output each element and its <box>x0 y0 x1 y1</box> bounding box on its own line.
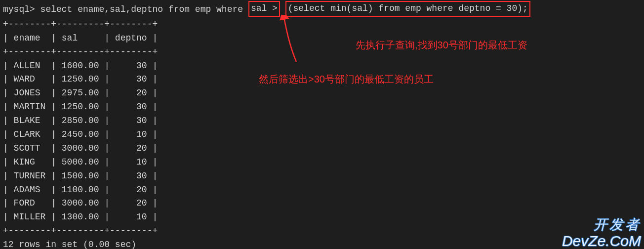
table-border-top: +--------+---------+--------+ <box>3 18 641 32</box>
table-row: | ALLEN | 1600.00 | 30 | <box>3 59 641 73</box>
query-spacer <box>280 4 285 14</box>
annotation-filter: 然后筛选出>30号部门的最低工资的员工 <box>259 72 434 87</box>
arrow-icon <box>277 15 306 69</box>
table-row: | BLAKE | 2850.00 | 30 | <box>3 114 641 128</box>
query-part1: select ename,sal,deptno from emp where <box>35 4 248 14</box>
watermark: 开发者 DevZe.CoM <box>562 217 641 249</box>
sql-prompt-line: mysql> select ename,sal,deptno from emp … <box>3 2 641 18</box>
table-row: | ADAMS | 1100.00 | 20 | <box>3 183 641 197</box>
table-row: | CLARK | 2450.00 | 10 | <box>3 128 641 142</box>
table-border-bottom: +--------+---------+--------+ <box>3 224 641 238</box>
highlight-subquery: (select min(sal) from emp where deptno =… <box>285 1 530 17</box>
prompt: mysql> <box>3 4 35 14</box>
table-row: | MILLER | 1300.00 | 10 | <box>3 210 641 224</box>
table-row: | SCOTT | 3000.00 | 20 | <box>3 142 641 156</box>
table-header: | ename | sal | deptno | <box>3 32 641 45</box>
highlight-condition: sal > <box>248 1 280 17</box>
table-row: | MARTIN | 1250.00 | 30 | <box>3 100 641 114</box>
annotation-subquery: 先执行子查询,找到30号部门的最低工资 <box>356 38 527 53</box>
table-row: | KING | 5000.00 | 10 | <box>3 156 641 169</box>
status-line: 12 rows in set (0.00 sec) <box>3 238 641 249</box>
table-row: | JONES | 2975.00 | 20 | <box>3 86 641 100</box>
table-border-mid: +--------+---------+--------+ <box>3 45 641 59</box>
table-row: | FORD | 3000.00 | 20 | <box>3 197 641 210</box>
watermark-en: DevZe.CoM <box>562 233 641 249</box>
table-row: | TURNER | 1500.00 | 30 | <box>3 169 641 183</box>
watermark-cn: 开发者 <box>562 217 641 233</box>
